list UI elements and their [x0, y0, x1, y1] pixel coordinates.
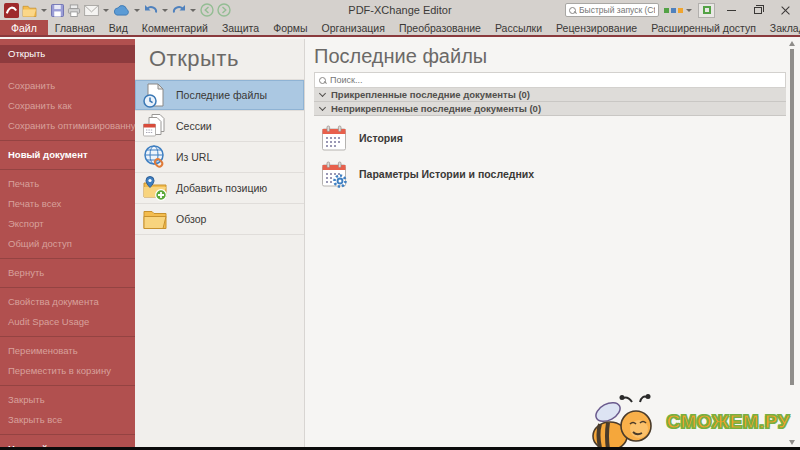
recent-search-box[interactable] [314, 72, 786, 88]
menu-tab[interactable]: Преобразование [392, 20, 488, 35]
open-file-icon[interactable] [22, 4, 37, 17]
print-icon[interactable] [67, 4, 81, 17]
menu-tab[interactable]: Организация [315, 20, 392, 35]
menu-tab[interactable]: Вид [102, 20, 135, 35]
sidebar-item[interactable]: Печать [0, 174, 135, 194]
sidebar-item[interactable]: Печать всех [0, 194, 135, 214]
search-icon [569, 7, 576, 14]
minimize-button[interactable] [720, 2, 742, 18]
recent-section-header[interactable]: Прикрепленные последние документы (0) [314, 88, 786, 102]
titlebar: PDF-XChange Editor [0, 0, 800, 20]
history-calendar-icon [320, 124, 348, 152]
back-icon[interactable] [200, 3, 214, 17]
vertical-scrollbar[interactable] [789, 39, 795, 450]
menubar: ФайлГлавнаяВидКомментарийЗащитаФормыОрга… [0, 20, 800, 37]
open-panel-title: Открыть [135, 39, 304, 79]
history-settings-item[interactable]: Параметры Истории и последних [320, 160, 800, 188]
ui-options-icon [664, 8, 669, 13]
file-menu-sidebar: ОткрытьСохранитьСохранить какСохранить о… [0, 39, 135, 450]
sidebar-item[interactable] [0, 336, 135, 337]
sidebar-item[interactable]: Закрыть все [0, 410, 135, 430]
sidebar-item[interactable]: Вернуть [0, 263, 135, 283]
open-dropdown-icon[interactable] [41, 9, 47, 12]
chevron-down-icon [319, 104, 326, 111]
forward-icon[interactable] [217, 3, 231, 17]
watermark-text: СМОЖЕМ.РУ [666, 411, 790, 433]
recent-files-panel: Последние файлы Прикрепленные последние … [306, 39, 800, 450]
quick-launch-input[interactable] [579, 5, 655, 15]
undo-icon[interactable] [144, 4, 158, 16]
sidebar-item[interactable]: Сохранить [0, 76, 135, 96]
menu-tab[interactable]: Закладки [763, 20, 800, 35]
menu-tab[interactable]: Расширенный доступ [644, 20, 763, 35]
sidebar-item[interactable]: Переименовать [0, 341, 135, 361]
open-option-recent-files[interactable]: Последние файлы [135, 80, 304, 111]
open-panel: Открыть Последние файлы [135, 39, 305, 450]
sidebar-item[interactable] [0, 287, 135, 288]
email-dropdown-icon[interactable] [103, 9, 109, 12]
maximize-icon [754, 7, 762, 14]
menu-tab[interactable]: Формы [266, 20, 314, 35]
menu-tab[interactable]: Главная [48, 20, 102, 35]
menu-tab[interactable]: Файл [0, 20, 48, 35]
add-place-icon [142, 175, 168, 201]
save-icon[interactable] [51, 4, 64, 17]
undo-dropdown-icon[interactable] [162, 9, 168, 12]
open-option-sessions[interactable]: Сессии [135, 111, 304, 142]
from-url-icon [142, 144, 168, 170]
menu-tab[interactable]: Рецензирование [549, 20, 644, 35]
search-icon [319, 77, 326, 84]
sidebar-item[interactable]: Сохранить оптимизированную копию [0, 116, 135, 136]
chevron-down-icon [319, 90, 326, 97]
redo-dropdown-icon[interactable] [190, 9, 196, 12]
open-option-browse[interactable]: Обзор [135, 204, 304, 235]
sidebar-item[interactable]: Общий доступ [0, 234, 135, 254]
scrollbar-thumb[interactable] [790, 49, 794, 385]
sidebar-item[interactable]: Новый документ [0, 145, 135, 165]
sidebar-item[interactable] [0, 258, 135, 259]
sidebar-item[interactable]: Свойства документа [0, 292, 135, 312]
quick-launch-search[interactable] [565, 3, 659, 17]
close-icon [781, 6, 790, 15]
menu-tab[interactable]: Защита [215, 20, 266, 35]
sidebar-item[interactable] [0, 140, 135, 141]
recent-section-header[interactable]: Неприкрепленные последние документы (0) [314, 102, 786, 116]
browse-folder-icon [142, 206, 168, 232]
cloud-icon[interactable] [113, 5, 130, 16]
email-icon[interactable] [84, 5, 99, 16]
sidebar-item[interactable]: Переместить в корзину [0, 361, 135, 381]
menu-tab[interactable]: Комментарий [135, 20, 215, 35]
open-option-add-place[interactable]: Добавить позицию [135, 173, 304, 204]
scroll-up-icon[interactable] [789, 41, 795, 46]
sidebar-item[interactable] [0, 385, 135, 386]
pdf-xchange-editor-window: PDF-XChange Editor ФайлГлавнаяВидКоммент… [0, 0, 800, 450]
watermark: СМОЖЕМ.РУ [592, 394, 790, 450]
history-item[interactable]: История [320, 124, 800, 152]
recent-files-title: Последние файлы [306, 39, 800, 72]
maximize-button[interactable] [747, 2, 769, 18]
menu-tab[interactable]: Рассылки [488, 20, 549, 35]
sessions-icon [142, 113, 168, 139]
sidebar-item[interactable] [0, 434, 135, 435]
sidebar-item[interactable] [0, 169, 135, 170]
quick-access-toolbar [4, 3, 231, 18]
sidebar-item[interactable]: Экспорт [0, 214, 135, 234]
sidebar-item[interactable]: Сохранить как [0, 96, 135, 116]
recent-search-input[interactable] [330, 75, 781, 85]
recent-files-icon [142, 82, 168, 108]
fullscreen-button[interactable] [698, 3, 715, 18]
minimize-icon [727, 10, 736, 11]
ui-options-button[interactable] [664, 8, 693, 13]
cloud-dropdown-icon[interactable] [134, 9, 140, 12]
history-settings-icon [320, 160, 348, 188]
fullscreen-icon [703, 6, 711, 14]
sidebar-item[interactable]: Открыть [0, 45, 135, 63]
redo-icon[interactable] [172, 4, 186, 16]
app-logo-icon [4, 3, 19, 18]
close-button[interactable] [774, 2, 796, 18]
menu-tabs: ФайлГлавнаяВидКомментарийЗащитаФормыОрга… [0, 20, 800, 35]
sidebar-item[interactable]: Закрыть [0, 390, 135, 410]
ui-options-dropdown-icon[interactable] [686, 9, 692, 12]
open-option-from-url[interactable]: Из URL [135, 142, 304, 173]
sidebar-item[interactable]: Audit Space Usage [0, 312, 135, 332]
